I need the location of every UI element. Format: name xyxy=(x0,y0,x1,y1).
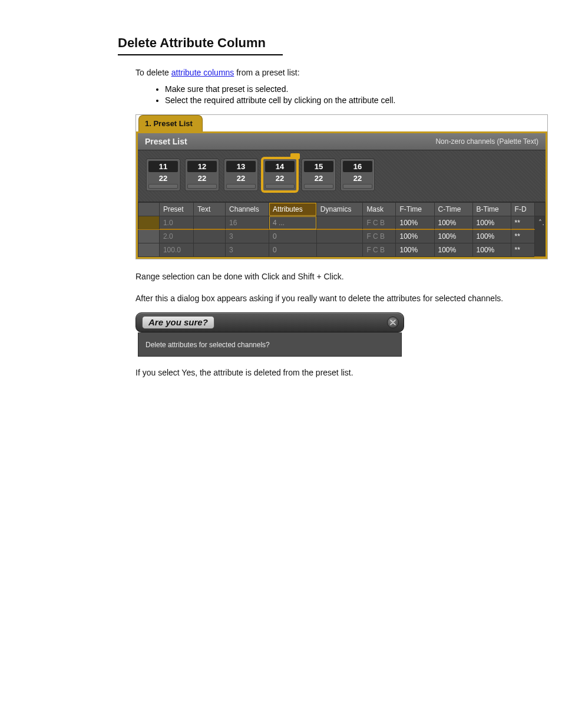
cell-fd[interactable]: ** xyxy=(511,216,534,229)
channel-chip[interactable]: 1622 xyxy=(340,159,375,191)
cell-ftime[interactable]: 100% xyxy=(396,216,434,229)
channel-chip[interactable]: 1322 xyxy=(224,159,258,191)
chip-top-value: 15 xyxy=(304,161,333,172)
tab-preset-list[interactable]: 1. Preset List xyxy=(138,115,203,131)
row-handle[interactable] xyxy=(138,229,160,243)
grid-scroll-header xyxy=(534,202,545,216)
cell-ctime[interactable]: 100% xyxy=(434,243,472,256)
chip-top-value: 13 xyxy=(226,161,256,172)
confirm-dialog-figure: Are you sure? Delete attributes for sele… xyxy=(135,312,404,357)
grid-header-row: PresetTextChannelsAttributesDynamicsMask… xyxy=(138,202,546,216)
preset-titlebar: Preset List Non-zero channels (Palette T… xyxy=(138,133,546,150)
grid-header-cell[interactable]: C-Time xyxy=(434,202,472,216)
range-select-note: Range selection can be done with Click a… xyxy=(135,271,538,282)
dialog-note: After this a dialog box appears asking i… xyxy=(135,293,538,304)
section-title: Delete Attribute Column xyxy=(94,35,538,51)
chip-bottom-value: 22 xyxy=(224,172,257,183)
chip-top-value: 12 xyxy=(187,161,217,172)
cell-ftime[interactable]: 100% xyxy=(396,243,434,256)
cell-btime[interactable]: 100% xyxy=(472,216,511,229)
steps-list: Make sure that preset is selected. Selec… xyxy=(165,84,538,105)
grid-header-cell[interactable]: Text xyxy=(194,202,226,216)
row-handle[interactable] xyxy=(138,243,160,256)
channel-chip[interactable]: 1422 xyxy=(263,159,297,191)
step-1: Make sure that preset is selected. xyxy=(165,84,538,94)
cell-text[interactable] xyxy=(194,243,226,256)
chip-bottom-value: 22 xyxy=(341,172,374,183)
chip-top-value: 16 xyxy=(343,161,372,172)
dialog-titlebar: Are you sure? xyxy=(135,312,404,332)
grid-header-cell[interactable]: Preset xyxy=(159,202,193,216)
cell-fd[interactable]: ** xyxy=(511,229,534,243)
grid-header-cell[interactable]: F-Time xyxy=(396,202,434,216)
chip-bottom-value: 22 xyxy=(186,172,219,183)
cell-preset[interactable]: 1.0 xyxy=(159,216,193,229)
preset-title-right: Non-zero channels (Palette Text) xyxy=(435,137,538,146)
attribute-columns-link[interactable]: attribute columns xyxy=(171,68,234,77)
cell-attributes[interactable]: 0 xyxy=(269,229,317,243)
cell-ctime[interactable]: 100% xyxy=(434,229,472,243)
grid-header-cell[interactable]: Channels xyxy=(226,202,269,216)
cell-mask[interactable]: F C B xyxy=(363,216,396,229)
chip-bottom-value: 22 xyxy=(302,172,335,183)
grid-header-cell[interactable]: Dynamics xyxy=(316,202,363,216)
cell-channels[interactable]: 3 xyxy=(226,229,269,243)
title-underline xyxy=(118,54,283,55)
channel-chip[interactable]: 1122 xyxy=(146,159,180,191)
grid-header-blank xyxy=(138,202,160,216)
cell-dynamics[interactable] xyxy=(316,216,363,229)
scrollbar[interactable]: ˄ xyxy=(534,216,545,256)
cell-mask[interactable]: F C B xyxy=(363,243,396,256)
cell-attributes[interactable]: 0 xyxy=(269,243,317,256)
channel-chip[interactable]: 1522 xyxy=(302,159,336,191)
step-2: Select the required attribute cell by cl… xyxy=(165,95,538,105)
dialog-title: Are you sure? xyxy=(142,316,214,329)
cell-preset[interactable]: 2.0 xyxy=(159,229,193,243)
chip-bottom-value: 22 xyxy=(147,172,180,183)
cell-text[interactable] xyxy=(194,229,226,243)
chevron-up-icon: ˄ xyxy=(538,219,546,227)
grid-header-cell[interactable]: B-Time xyxy=(472,202,511,216)
intro-suffix: from a preset list: xyxy=(234,68,299,77)
cell-ftime[interactable]: 100% xyxy=(396,229,434,243)
chip-footer xyxy=(265,184,295,189)
preset-list-figure: 1. Preset List Preset List Non-zero chan… xyxy=(135,114,548,259)
grid-header-cell[interactable]: F-D xyxy=(511,202,534,216)
table-row[interactable]: 1.0164 ...F C B100%100%100%**˄ xyxy=(138,216,546,229)
preset-title-left: Preset List xyxy=(145,137,187,146)
channel-chips-row: 112212221322142215221622 xyxy=(138,150,546,202)
cell-channels[interactable]: 3 xyxy=(226,243,269,256)
cell-preset[interactable]: 100.0 xyxy=(159,243,193,256)
cell-text[interactable] xyxy=(194,216,226,229)
cell-dynamics[interactable] xyxy=(316,243,363,256)
chip-top-value: 11 xyxy=(148,161,178,172)
grid-header-cell[interactable]: Attributes xyxy=(269,202,317,216)
row-handle[interactable] xyxy=(138,216,160,229)
intro-prefix: To delete xyxy=(135,68,171,77)
preset-grid: PresetTextChannelsAttributesDynamicsMask… xyxy=(138,202,546,257)
cell-ctime[interactable]: 100% xyxy=(434,216,472,229)
channel-chip[interactable]: 1222 xyxy=(185,159,219,191)
result-note: If you select Yes, the attribute is dele… xyxy=(135,367,538,378)
cell-fd[interactable]: ** xyxy=(511,243,534,256)
grid-header-cell[interactable]: Mask xyxy=(363,202,396,216)
cell-attributes[interactable]: 4 ... xyxy=(269,216,317,229)
intro-para: To delete attribute columns from a prese… xyxy=(135,67,538,78)
cell-dynamics[interactable] xyxy=(316,229,363,243)
cell-btime[interactable]: 100% xyxy=(472,243,511,256)
cell-mask[interactable]: F C B xyxy=(363,229,396,243)
cell-channels[interactable]: 16 xyxy=(226,216,269,229)
chip-bottom-value: 22 xyxy=(263,172,296,183)
cell-btime[interactable]: 100% xyxy=(472,229,511,243)
table-row[interactable]: 2.030F C B100%100%100%** xyxy=(138,229,546,243)
chip-footer xyxy=(304,184,333,189)
dialog-body-text: Delete attributes for selected channels? xyxy=(138,332,402,357)
selection-marker-icon xyxy=(290,153,300,159)
chip-footer xyxy=(148,184,178,189)
table-row[interactable]: 100.030F C B100%100%100%** xyxy=(138,243,546,256)
close-icon[interactable] xyxy=(387,317,399,328)
chip-footer xyxy=(343,184,372,189)
chip-footer xyxy=(187,184,217,189)
chip-top-value: 14 xyxy=(265,161,295,172)
chip-footer xyxy=(226,184,256,189)
